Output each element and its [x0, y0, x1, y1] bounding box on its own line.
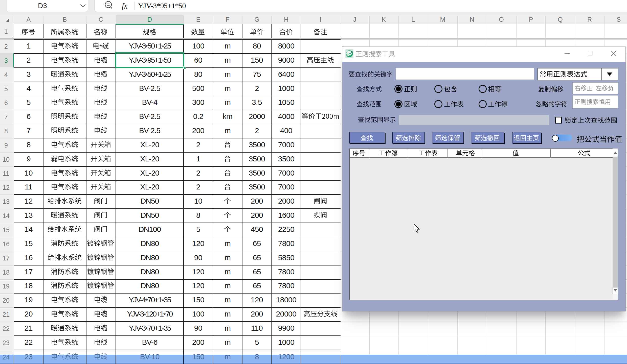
svg-text:IC: IC	[347, 52, 351, 56]
